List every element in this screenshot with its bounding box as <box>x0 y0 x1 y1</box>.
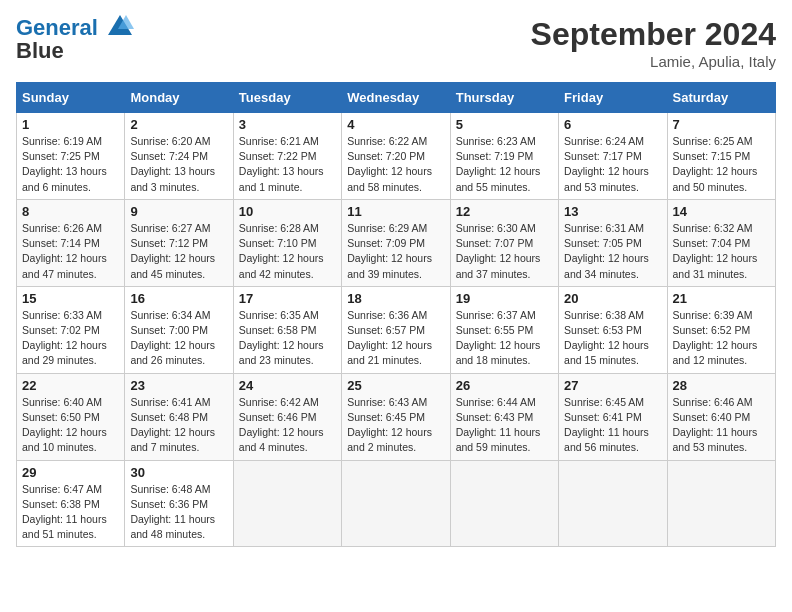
day-info: Sunrise: 6:22 AM Sunset: 7:20 PM Dayligh… <box>347 134 444 195</box>
calendar-day-cell: 3Sunrise: 6:21 AM Sunset: 7:22 PM Daylig… <box>233 113 341 200</box>
calendar-day-cell: 7Sunrise: 6:25 AM Sunset: 7:15 PM Daylig… <box>667 113 775 200</box>
day-number: 2 <box>130 117 227 132</box>
logo-icon <box>106 13 134 41</box>
calendar-day-cell: 11Sunrise: 6:29 AM Sunset: 7:09 PM Dayli… <box>342 199 450 286</box>
calendar-body: 1Sunrise: 6:19 AM Sunset: 7:25 PM Daylig… <box>17 113 776 547</box>
day-number: 5 <box>456 117 553 132</box>
day-number: 23 <box>130 378 227 393</box>
calendar-week-row: 15Sunrise: 6:33 AM Sunset: 7:02 PM Dayli… <box>17 286 776 373</box>
weekday-header-cell: Monday <box>125 83 233 113</box>
calendar-day-cell: 15Sunrise: 6:33 AM Sunset: 7:02 PM Dayli… <box>17 286 125 373</box>
day-number: 28 <box>673 378 770 393</box>
day-info: Sunrise: 6:41 AM Sunset: 6:48 PM Dayligh… <box>130 395 227 456</box>
day-number: 12 <box>456 204 553 219</box>
day-number: 14 <box>673 204 770 219</box>
day-info: Sunrise: 6:28 AM Sunset: 7:10 PM Dayligh… <box>239 221 336 282</box>
weekday-header-row: SundayMondayTuesdayWednesdayThursdayFrid… <box>17 83 776 113</box>
day-number: 9 <box>130 204 227 219</box>
day-info: Sunrise: 6:38 AM Sunset: 6:53 PM Dayligh… <box>564 308 661 369</box>
day-info: Sunrise: 6:36 AM Sunset: 6:57 PM Dayligh… <box>347 308 444 369</box>
day-info: Sunrise: 6:24 AM Sunset: 7:17 PM Dayligh… <box>564 134 661 195</box>
logo-line2: Blue <box>16 39 134 63</box>
weekday-header-cell: Tuesday <box>233 83 341 113</box>
day-number: 10 <box>239 204 336 219</box>
day-number: 29 <box>22 465 119 480</box>
calendar-day-cell: 21Sunrise: 6:39 AM Sunset: 6:52 PM Dayli… <box>667 286 775 373</box>
calendar-day-cell: 27Sunrise: 6:45 AM Sunset: 6:41 PM Dayli… <box>559 373 667 460</box>
calendar-day-cell: 20Sunrise: 6:38 AM Sunset: 6:53 PM Dayli… <box>559 286 667 373</box>
day-number: 22 <box>22 378 119 393</box>
day-number: 26 <box>456 378 553 393</box>
day-number: 20 <box>564 291 661 306</box>
day-info: Sunrise: 6:21 AM Sunset: 7:22 PM Dayligh… <box>239 134 336 195</box>
day-number: 6 <box>564 117 661 132</box>
calendar-day-cell <box>450 460 558 547</box>
weekday-header-cell: Thursday <box>450 83 558 113</box>
calendar-day-cell: 17Sunrise: 6:35 AM Sunset: 6:58 PM Dayli… <box>233 286 341 373</box>
day-info: Sunrise: 6:47 AM Sunset: 6:38 PM Dayligh… <box>22 482 119 543</box>
calendar-day-cell: 5Sunrise: 6:23 AM Sunset: 7:19 PM Daylig… <box>450 113 558 200</box>
day-number: 4 <box>347 117 444 132</box>
day-number: 24 <box>239 378 336 393</box>
day-number: 17 <box>239 291 336 306</box>
page-header: General Blue September 2024 Lamie, Apuli… <box>16 16 776 70</box>
calendar-week-row: 29Sunrise: 6:47 AM Sunset: 6:38 PM Dayli… <box>17 460 776 547</box>
day-number: 11 <box>347 204 444 219</box>
day-info: Sunrise: 6:32 AM Sunset: 7:04 PM Dayligh… <box>673 221 770 282</box>
day-number: 30 <box>130 465 227 480</box>
day-number: 7 <box>673 117 770 132</box>
title-block: September 2024 Lamie, Apulia, Italy <box>531 16 776 70</box>
day-info: Sunrise: 6:27 AM Sunset: 7:12 PM Dayligh… <box>130 221 227 282</box>
day-number: 16 <box>130 291 227 306</box>
day-number: 1 <box>22 117 119 132</box>
weekday-header-cell: Wednesday <box>342 83 450 113</box>
day-info: Sunrise: 6:31 AM Sunset: 7:05 PM Dayligh… <box>564 221 661 282</box>
calendar-day-cell <box>559 460 667 547</box>
day-info: Sunrise: 6:43 AM Sunset: 6:45 PM Dayligh… <box>347 395 444 456</box>
day-info: Sunrise: 6:45 AM Sunset: 6:41 PM Dayligh… <box>564 395 661 456</box>
calendar-day-cell: 24Sunrise: 6:42 AM Sunset: 6:46 PM Dayli… <box>233 373 341 460</box>
calendar-day-cell: 13Sunrise: 6:31 AM Sunset: 7:05 PM Dayli… <box>559 199 667 286</box>
logo: General Blue <box>16 16 134 63</box>
day-info: Sunrise: 6:40 AM Sunset: 6:50 PM Dayligh… <box>22 395 119 456</box>
day-number: 19 <box>456 291 553 306</box>
calendar-day-cell <box>233 460 341 547</box>
weekday-header-cell: Sunday <box>17 83 125 113</box>
calendar-day-cell: 9Sunrise: 6:27 AM Sunset: 7:12 PM Daylig… <box>125 199 233 286</box>
day-info: Sunrise: 6:23 AM Sunset: 7:19 PM Dayligh… <box>456 134 553 195</box>
calendar-day-cell: 19Sunrise: 6:37 AM Sunset: 6:55 PM Dayli… <box>450 286 558 373</box>
calendar-day-cell: 1Sunrise: 6:19 AM Sunset: 7:25 PM Daylig… <box>17 113 125 200</box>
calendar-day-cell: 2Sunrise: 6:20 AM Sunset: 7:24 PM Daylig… <box>125 113 233 200</box>
day-info: Sunrise: 6:37 AM Sunset: 6:55 PM Dayligh… <box>456 308 553 369</box>
day-number: 15 <box>22 291 119 306</box>
calendar-day-cell: 18Sunrise: 6:36 AM Sunset: 6:57 PM Dayli… <box>342 286 450 373</box>
day-number: 8 <box>22 204 119 219</box>
day-info: Sunrise: 6:48 AM Sunset: 6:36 PM Dayligh… <box>130 482 227 543</box>
calendar-day-cell: 25Sunrise: 6:43 AM Sunset: 6:45 PM Dayli… <box>342 373 450 460</box>
calendar-day-cell: 6Sunrise: 6:24 AM Sunset: 7:17 PM Daylig… <box>559 113 667 200</box>
day-info: Sunrise: 6:34 AM Sunset: 7:00 PM Dayligh… <box>130 308 227 369</box>
calendar-day-cell: 23Sunrise: 6:41 AM Sunset: 6:48 PM Dayli… <box>125 373 233 460</box>
day-info: Sunrise: 6:46 AM Sunset: 6:40 PM Dayligh… <box>673 395 770 456</box>
calendar-week-row: 1Sunrise: 6:19 AM Sunset: 7:25 PM Daylig… <box>17 113 776 200</box>
calendar-day-cell: 4Sunrise: 6:22 AM Sunset: 7:20 PM Daylig… <box>342 113 450 200</box>
calendar-day-cell: 30Sunrise: 6:48 AM Sunset: 6:36 PM Dayli… <box>125 460 233 547</box>
day-info: Sunrise: 6:29 AM Sunset: 7:09 PM Dayligh… <box>347 221 444 282</box>
calendar-day-cell: 28Sunrise: 6:46 AM Sunset: 6:40 PM Dayli… <box>667 373 775 460</box>
month-title: September 2024 <box>531 16 776 53</box>
day-number: 27 <box>564 378 661 393</box>
day-number: 3 <box>239 117 336 132</box>
location-subtitle: Lamie, Apulia, Italy <box>531 53 776 70</box>
day-info: Sunrise: 6:44 AM Sunset: 6:43 PM Dayligh… <box>456 395 553 456</box>
calendar-day-cell: 26Sunrise: 6:44 AM Sunset: 6:43 PM Dayli… <box>450 373 558 460</box>
day-info: Sunrise: 6:42 AM Sunset: 6:46 PM Dayligh… <box>239 395 336 456</box>
day-info: Sunrise: 6:30 AM Sunset: 7:07 PM Dayligh… <box>456 221 553 282</box>
calendar-day-cell <box>342 460 450 547</box>
day-number: 18 <box>347 291 444 306</box>
day-info: Sunrise: 6:35 AM Sunset: 6:58 PM Dayligh… <box>239 308 336 369</box>
day-info: Sunrise: 6:26 AM Sunset: 7:14 PM Dayligh… <box>22 221 119 282</box>
day-info: Sunrise: 6:20 AM Sunset: 7:24 PM Dayligh… <box>130 134 227 195</box>
day-number: 21 <box>673 291 770 306</box>
day-info: Sunrise: 6:19 AM Sunset: 7:25 PM Dayligh… <box>22 134 119 195</box>
calendar-week-row: 8Sunrise: 6:26 AM Sunset: 7:14 PM Daylig… <box>17 199 776 286</box>
